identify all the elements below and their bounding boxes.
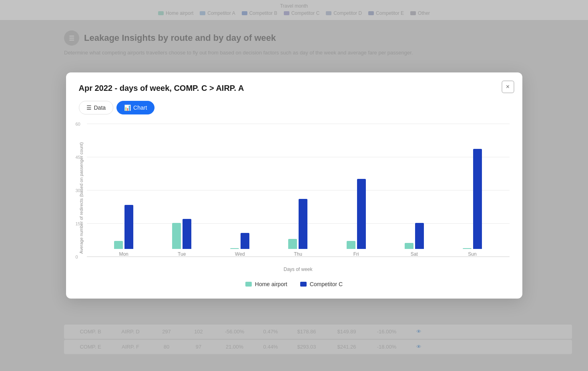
bar-comp-mon xyxy=(124,205,133,249)
chart-inner: 015304560 MonTueWedThuFriSatSun Days of … xyxy=(87,124,510,272)
day-group-thu: Thu xyxy=(288,199,307,257)
bars-area: MonTueWedThuFriSatSun xyxy=(87,124,510,257)
chart-legend: Home airportCompetitor C xyxy=(79,281,510,287)
day-label-thu: Thu xyxy=(294,251,302,257)
day-group-wed: Wed xyxy=(230,233,249,257)
chart-plot: 015304560 MonTueWedThuFriSatSun xyxy=(87,124,510,257)
bar-home-mon xyxy=(114,241,123,249)
bar-comp-thu xyxy=(299,199,307,249)
tab-data-button[interactable]: ☰ Data xyxy=(79,101,114,114)
day-label-sat: Sat xyxy=(411,251,418,257)
bar-comp-sat xyxy=(415,223,424,249)
list-icon: ☰ xyxy=(86,104,92,111)
bar-home-wed xyxy=(230,248,239,249)
bar-home-tue xyxy=(172,223,181,249)
tab-chart-label: Chart xyxy=(133,104,147,111)
bar-chart-icon: 📊 xyxy=(124,104,131,111)
modal-title: Apr 2022 - days of week, COMP. C > AIRP.… xyxy=(79,84,510,93)
modal-close-button[interactable]: × xyxy=(502,80,514,93)
bar-home-fri xyxy=(347,241,355,249)
day-label-sun: Sun xyxy=(468,251,476,257)
bar-comp-tue xyxy=(183,219,191,249)
bar-pair xyxy=(230,233,249,249)
bar-pair xyxy=(347,179,366,249)
day-group-sun: Sun xyxy=(463,149,482,257)
day-label-tue: Tue xyxy=(178,251,186,257)
bar-home-sun xyxy=(463,248,472,249)
bar-comp-sun xyxy=(473,149,482,249)
day-label-mon: Mon xyxy=(119,251,128,257)
bar-pair xyxy=(405,223,424,249)
modal-overlay: Apr 2022 - days of week, COMP. C > AIRP.… xyxy=(0,0,588,371)
day-group-tue: Tue xyxy=(172,219,191,257)
day-group-fri: Fri xyxy=(347,179,366,257)
bar-pair xyxy=(172,219,191,249)
bar-pair xyxy=(114,205,133,249)
tab-buttons: ☰ Data 📊 Chart xyxy=(79,101,510,114)
bar-pair xyxy=(463,149,482,249)
tab-chart-button[interactable]: 📊 Chart xyxy=(116,101,155,114)
bar-home-sat xyxy=(405,243,413,249)
chart-legend-label: Home airport xyxy=(255,281,287,287)
x-axis-bar xyxy=(87,257,510,257)
chart-legend-swatch xyxy=(245,282,252,287)
y-axis-label: Average number of redirects (based on pa… xyxy=(79,124,84,272)
chart-legend-item-home-airport: Home airport xyxy=(245,281,287,287)
close-icon: × xyxy=(506,83,510,90)
chart-legend-swatch xyxy=(300,282,307,287)
bar-comp-wed xyxy=(241,233,249,249)
x-axis-title: Days of week xyxy=(87,267,510,272)
bar-pair xyxy=(288,199,307,249)
day-group-mon: Mon xyxy=(114,205,133,257)
chart-legend-item-competitor-c: Competitor C xyxy=(300,281,343,287)
bar-comp-fri xyxy=(357,179,366,249)
chart-legend-label: Competitor C xyxy=(310,281,343,287)
day-group-sat: Sat xyxy=(405,223,424,257)
bar-home-thu xyxy=(288,239,297,249)
grid-label: 0 xyxy=(76,255,78,259)
day-label-wed: Wed xyxy=(235,251,245,257)
chart-container: Average number of redirects (based on pa… xyxy=(79,124,510,276)
modal-dialog: Apr 2022 - days of week, COMP. C > AIRP.… xyxy=(66,72,522,299)
tab-data-label: Data xyxy=(94,104,106,111)
day-label-fri: Fri xyxy=(353,251,359,257)
